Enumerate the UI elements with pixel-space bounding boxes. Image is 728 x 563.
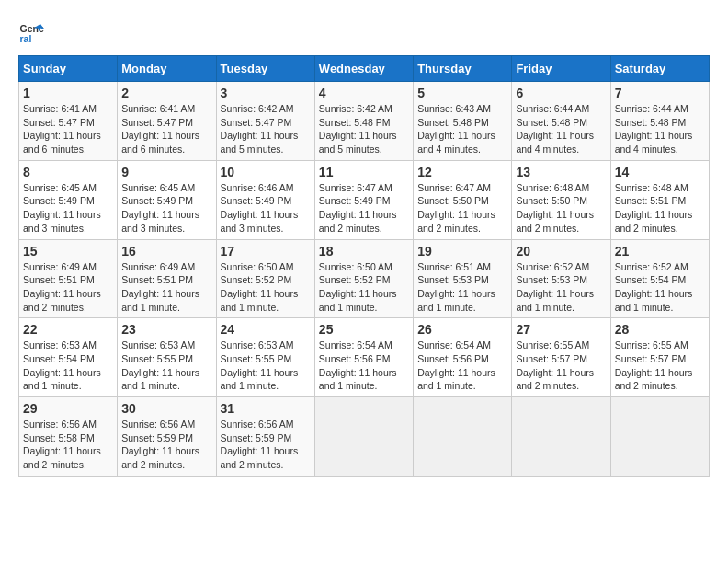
calendar-day-cell: 28Sunrise: 6:55 AMSunset: 5:57 PMDayligh… bbox=[610, 318, 709, 397]
day-number: 31 bbox=[221, 401, 311, 416]
day-info: Sunrise: 6:41 AMSunset: 5:47 PMDaylight:… bbox=[23, 102, 113, 156]
day-info: Sunrise: 6:46 AMSunset: 5:49 PMDaylight:… bbox=[221, 181, 311, 236]
calendar-week-row: 1Sunrise: 6:41 AMSunset: 5:47 PMDaylight… bbox=[19, 82, 710, 161]
day-number: 27 bbox=[516, 322, 606, 337]
calendar-day-cell: 31Sunrise: 6:56 AMSunset: 5:59 PMDayligh… bbox=[216, 397, 314, 477]
calendar-day-cell bbox=[414, 397, 512, 477]
calendar-body: 1Sunrise: 6:41 AMSunset: 5:47 PMDaylight… bbox=[19, 82, 710, 477]
calendar-day-cell: 19Sunrise: 6:51 AMSunset: 5:53 PMDayligh… bbox=[414, 239, 512, 318]
day-number: 4 bbox=[319, 86, 409, 100]
calendar-day-cell: 17Sunrise: 6:50 AMSunset: 5:52 PMDayligh… bbox=[216, 239, 314, 318]
day-info: Sunrise: 6:56 AMSunset: 5:59 PMDaylight:… bbox=[121, 418, 211, 472]
day-of-week-header: Wednesday bbox=[314, 56, 413, 82]
day-info: Sunrise: 6:53 AMSunset: 5:54 PMDaylight:… bbox=[23, 339, 113, 393]
day-number: 24 bbox=[221, 322, 311, 337]
day-number: 23 bbox=[121, 322, 211, 337]
calendar-day-cell: 23Sunrise: 6:53 AMSunset: 5:55 PMDayligh… bbox=[118, 318, 216, 397]
page-header: Gene ral bbox=[18, 18, 710, 46]
day-number: 1 bbox=[23, 86, 113, 100]
day-info: Sunrise: 6:44 AMSunset: 5:48 PMDaylight:… bbox=[615, 102, 705, 156]
calendar-day-cell bbox=[314, 397, 413, 477]
day-info: Sunrise: 6:55 AMSunset: 5:57 PMDaylight:… bbox=[516, 339, 606, 393]
day-info: Sunrise: 6:54 AMSunset: 5:56 PMDaylight:… bbox=[319, 339, 409, 393]
day-number: 28 bbox=[615, 322, 705, 337]
calendar-day-cell: 14Sunrise: 6:48 AMSunset: 5:51 PMDayligh… bbox=[610, 160, 709, 239]
calendar-day-cell: 16Sunrise: 6:49 AMSunset: 5:51 PMDayligh… bbox=[118, 239, 216, 318]
day-info: Sunrise: 6:42 AMSunset: 5:47 PMDaylight:… bbox=[221, 102, 311, 156]
day-number: 18 bbox=[319, 244, 409, 259]
calendar-day-cell: 15Sunrise: 6:49 AMSunset: 5:51 PMDayligh… bbox=[19, 239, 118, 318]
day-number: 12 bbox=[417, 165, 507, 179]
day-number: 13 bbox=[516, 165, 606, 179]
day-number: 25 bbox=[319, 322, 409, 337]
calendar-day-cell: 13Sunrise: 6:48 AMSunset: 5:50 PMDayligh… bbox=[512, 160, 610, 239]
day-number: 7 bbox=[615, 86, 705, 100]
calendar-week-row: 15Sunrise: 6:49 AMSunset: 5:51 PMDayligh… bbox=[19, 239, 710, 318]
header-row: SundayMondayTuesdayWednesdayThursdayFrid… bbox=[19, 56, 710, 82]
day-number: 2 bbox=[121, 86, 211, 100]
calendar-week-row: 22Sunrise: 6:53 AMSunset: 5:54 PMDayligh… bbox=[19, 318, 710, 397]
day-info: Sunrise: 6:50 AMSunset: 5:52 PMDaylight:… bbox=[319, 260, 409, 315]
calendar-day-cell: 8Sunrise: 6:45 AMSunset: 5:49 PMDaylight… bbox=[19, 160, 118, 239]
calendar-day-cell: 20Sunrise: 6:52 AMSunset: 5:53 PMDayligh… bbox=[512, 239, 610, 318]
day-info: Sunrise: 6:50 AMSunset: 5:52 PMDaylight:… bbox=[221, 260, 311, 315]
day-number: 14 bbox=[615, 165, 705, 179]
day-number: 19 bbox=[417, 244, 507, 259]
calendar-day-cell: 18Sunrise: 6:50 AMSunset: 5:52 PMDayligh… bbox=[314, 239, 413, 318]
day-info: Sunrise: 6:54 AMSunset: 5:56 PMDaylight:… bbox=[417, 339, 507, 393]
day-number: 21 bbox=[615, 244, 705, 259]
day-info: Sunrise: 6:45 AMSunset: 5:49 PMDaylight:… bbox=[121, 181, 211, 236]
day-info: Sunrise: 6:43 AMSunset: 5:48 PMDaylight:… bbox=[417, 102, 507, 156]
calendar-day-cell: 21Sunrise: 6:52 AMSunset: 5:54 PMDayligh… bbox=[610, 239, 709, 318]
calendar-day-cell: 25Sunrise: 6:54 AMSunset: 5:56 PMDayligh… bbox=[314, 318, 413, 397]
day-number: 26 bbox=[417, 322, 507, 337]
calendar-day-cell: 4Sunrise: 6:42 AMSunset: 5:48 PMDaylight… bbox=[314, 82, 413, 161]
day-info: Sunrise: 6:53 AMSunset: 5:55 PMDaylight:… bbox=[221, 339, 311, 393]
day-number: 20 bbox=[516, 244, 606, 259]
day-number: 30 bbox=[121, 401, 211, 416]
calendar-day-cell: 10Sunrise: 6:46 AMSunset: 5:49 PMDayligh… bbox=[216, 160, 314, 239]
day-of-week-header: Tuesday bbox=[216, 56, 314, 82]
day-number: 6 bbox=[516, 86, 606, 100]
day-number: 10 bbox=[221, 165, 311, 179]
day-info: Sunrise: 6:52 AMSunset: 5:53 PMDaylight:… bbox=[516, 260, 606, 315]
calendar-week-row: 8Sunrise: 6:45 AMSunset: 5:49 PMDaylight… bbox=[19, 160, 710, 239]
calendar-table: SundayMondayTuesdayWednesdayThursdayFrid… bbox=[18, 55, 710, 477]
day-info: Sunrise: 6:47 AMSunset: 5:50 PMDaylight:… bbox=[417, 181, 507, 236]
day-number: 11 bbox=[319, 165, 409, 179]
calendar-day-cell: 9Sunrise: 6:45 AMSunset: 5:49 PMDaylight… bbox=[118, 160, 216, 239]
day-info: Sunrise: 6:52 AMSunset: 5:54 PMDaylight:… bbox=[615, 260, 705, 315]
day-info: Sunrise: 6:42 AMSunset: 5:48 PMDaylight:… bbox=[319, 102, 409, 156]
day-info: Sunrise: 6:56 AMSunset: 5:59 PMDaylight:… bbox=[221, 418, 311, 472]
day-number: 3 bbox=[221, 86, 311, 100]
day-of-week-header: Monday bbox=[118, 56, 216, 82]
calendar-header: SundayMondayTuesdayWednesdayThursdayFrid… bbox=[19, 56, 710, 82]
logo: Gene ral bbox=[18, 18, 50, 46]
calendar-day-cell bbox=[512, 397, 610, 477]
day-info: Sunrise: 6:48 AMSunset: 5:50 PMDaylight:… bbox=[516, 181, 606, 236]
svg-text:ral: ral bbox=[20, 33, 32, 44]
day-info: Sunrise: 6:44 AMSunset: 5:48 PMDaylight:… bbox=[516, 102, 606, 156]
calendar-day-cell: 7Sunrise: 6:44 AMSunset: 5:48 PMDaylight… bbox=[610, 82, 709, 161]
calendar-day-cell bbox=[610, 397, 709, 477]
day-number: 9 bbox=[121, 165, 211, 179]
day-of-week-header: Thursday bbox=[414, 56, 512, 82]
day-info: Sunrise: 6:56 AMSunset: 5:58 PMDaylight:… bbox=[23, 418, 113, 472]
calendar-week-row: 29Sunrise: 6:56 AMSunset: 5:58 PMDayligh… bbox=[19, 397, 710, 477]
calendar-day-cell: 24Sunrise: 6:53 AMSunset: 5:55 PMDayligh… bbox=[216, 318, 314, 397]
day-info: Sunrise: 6:41 AMSunset: 5:47 PMDaylight:… bbox=[121, 102, 211, 156]
day-info: Sunrise: 6:55 AMSunset: 5:57 PMDaylight:… bbox=[615, 339, 705, 393]
calendar-day-cell: 11Sunrise: 6:47 AMSunset: 5:49 PMDayligh… bbox=[314, 160, 413, 239]
day-number: 29 bbox=[23, 401, 113, 416]
calendar-day-cell: 6Sunrise: 6:44 AMSunset: 5:48 PMDaylight… bbox=[512, 82, 610, 161]
day-info: Sunrise: 6:49 AMSunset: 5:51 PMDaylight:… bbox=[121, 260, 211, 315]
day-number: 5 bbox=[417, 86, 507, 100]
calendar-day-cell: 1Sunrise: 6:41 AMSunset: 5:47 PMDaylight… bbox=[19, 82, 118, 161]
day-info: Sunrise: 6:47 AMSunset: 5:49 PMDaylight:… bbox=[319, 181, 409, 236]
day-info: Sunrise: 6:45 AMSunset: 5:49 PMDaylight:… bbox=[23, 181, 113, 236]
calendar-day-cell: 29Sunrise: 6:56 AMSunset: 5:58 PMDayligh… bbox=[19, 397, 118, 477]
calendar-day-cell: 30Sunrise: 6:56 AMSunset: 5:59 PMDayligh… bbox=[118, 397, 216, 477]
day-info: Sunrise: 6:53 AMSunset: 5:55 PMDaylight:… bbox=[121, 339, 211, 393]
day-of-week-header: Sunday bbox=[19, 56, 118, 82]
calendar-day-cell: 27Sunrise: 6:55 AMSunset: 5:57 PMDayligh… bbox=[512, 318, 610, 397]
